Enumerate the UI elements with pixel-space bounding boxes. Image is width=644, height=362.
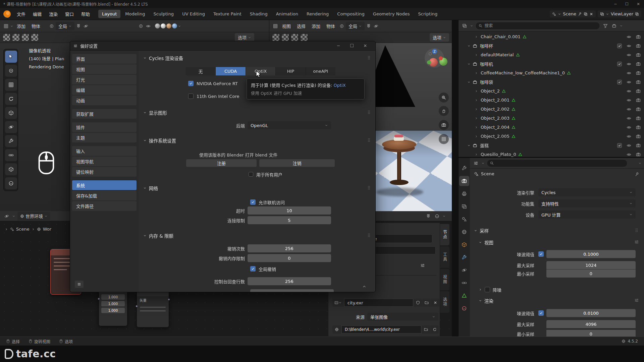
duplicate-scene-icon[interactable] <box>584 12 588 16</box>
device-tab-hip[interactable]: HIP <box>276 67 305 75</box>
hide-eye-toggle[interactable] <box>626 152 632 157</box>
outliner-row[interactable]: CoffeeMachine_low_CoffeeMachine1_0 <box>459 68 644 77</box>
tool-rotate[interactable] <box>5 93 17 105</box>
tool-select-box[interactable] <box>5 51 17 63</box>
nav-file-paths[interactable]: 文件路径 <box>72 201 137 211</box>
outliner-row[interactable]: 蛋糕 <box>459 141 644 150</box>
nav-addons[interactable]: 插件 <box>72 122 137 132</box>
camera-view-button[interactable] <box>439 120 449 130</box>
filter-funnel-icon[interactable] <box>602 22 609 29</box>
max-samples-value[interactable]: 1024 <box>546 261 636 269</box>
render-subsection-header[interactable]: 渲染 <box>479 297 641 305</box>
hide-eye-toggle[interactable] <box>626 115 632 121</box>
nav-animation[interactable]: 动画 <box>72 96 137 105</box>
brush-texture-swatch[interactable] <box>21 34 29 41</box>
transform-orientation-dropdown[interactable]: 全局 <box>346 22 365 30</box>
hide-eye-toggle[interactable] <box>626 43 632 49</box>
tab-viewlayer[interactable] <box>459 201 469 212</box>
show-gizmo-icon[interactable] <box>138 23 144 29</box>
hide-eye-toggle[interactable] <box>626 133 632 139</box>
hide-eye-toggle[interactable] <box>626 70 632 76</box>
vector-node[interactable]: 矢量 <box>137 291 169 327</box>
nav-lights[interactable]: 灯光 <box>72 75 137 84</box>
window-minimize-button[interactable]: ─ <box>610 0 621 8</box>
render-visibility-toggle[interactable] <box>635 97 641 103</box>
viewlayer-selector[interactable]: ViewLayer <box>598 10 641 17</box>
hide-eye-toggle[interactable] <box>626 52 632 58</box>
denoise-checkbox[interactable] <box>485 287 490 292</box>
proportional-edit-icon[interactable] <box>373 23 379 29</box>
brush-texture-swatch[interactable] <box>31 34 39 41</box>
outliner-search[interactable] <box>475 22 600 30</box>
pan-hand-button[interactable] <box>439 106 449 116</box>
dialog-minimize-button[interactable]: ─ <box>332 41 345 50</box>
collection-checkbox[interactable] <box>616 43 623 49</box>
editor-type-icon[interactable] <box>3 23 9 29</box>
device-tab-oneapi[interactable]: oneAPI <box>306 67 335 75</box>
render-visibility-toggle[interactable] <box>635 152 641 157</box>
menu-render[interactable]: 渲染 <box>46 9 61 18</box>
tool-move[interactable] <box>5 79 17 91</box>
all-users-checkbox[interactable] <box>249 172 253 177</box>
nav-editing[interactable]: 编辑 <box>72 85 137 95</box>
pin-icon[interactable] <box>578 12 582 16</box>
unlink-image-button[interactable] <box>431 299 439 307</box>
min-samples-value[interactable]: 0 <box>546 269 636 278</box>
grid-ortho-button[interactable] <box>439 134 449 144</box>
tool-options-dropdown[interactable]: 选项 <box>235 33 254 42</box>
render-visibility-toggle[interactable] <box>635 142 641 148</box>
render-visibility-toggle[interactable] <box>635 88 641 94</box>
new-collection-icon[interactable] <box>611 22 618 29</box>
noise-threshold-value[interactable]: 0.1000 <box>546 250 636 258</box>
menu-view[interactable]: 视图 <box>279 22 293 30</box>
menu-add[interactable]: 添加 <box>14 22 28 30</box>
close-icon[interactable] <box>589 12 593 16</box>
dialog-close-button[interactable]: ✕ <box>359 41 372 50</box>
undo-memory-value[interactable]: 0 <box>248 254 331 262</box>
tab-node[interactable]: 节点 <box>440 224 449 245</box>
breadcrumb-scene[interactable]: Scene <box>481 171 494 176</box>
image-name-field[interactable]: city.exr <box>344 299 413 307</box>
brush-texture-swatch[interactable] <box>281 34 289 41</box>
tool-measure[interactable] <box>5 149 17 161</box>
tab-options[interactable]: 选项 <box>440 291 449 313</box>
brush-texture-swatch[interactable] <box>291 34 299 41</box>
workspace-tab-geometrynodes[interactable]: Geometry Nodes <box>369 10 414 18</box>
workspace-tab-compositing[interactable]: Compositing <box>333 10 368 18</box>
fake-user-shield-button[interactable] <box>414 299 422 307</box>
workspace-tab-sculpting[interactable]: Sculpting <box>150 10 177 18</box>
outliner-row[interactable]: Object_2 <box>459 86 644 96</box>
outliner-row[interactable]: 咖啡袋 <box>459 77 644 86</box>
editor-type-icon[interactable] <box>272 23 279 29</box>
render-visibility-toggle[interactable] <box>635 79 641 85</box>
hide-eye-toggle[interactable] <box>626 97 632 103</box>
outliner-row[interactable]: Object_2.005 <box>459 132 644 141</box>
preferences-menu-button[interactable] <box>75 281 84 288</box>
workspace-tab-scripting[interactable]: Scripting <box>414 10 441 18</box>
nav-keymap[interactable]: 键位映射 <box>72 167 137 177</box>
browse-filepath-button[interactable] <box>422 325 430 334</box>
workspace-tab-modeling[interactable]: Modeling <box>121 10 149 18</box>
preferences-titlebar[interactable]: 偏好设置 ─ ☐ ✕ <box>70 41 375 51</box>
breadcrumb-scene[interactable]: Scene <box>16 227 30 232</box>
source-dropdown[interactable]: 单张图像 <box>367 313 438 321</box>
overlays-icon[interactable] <box>145 23 152 29</box>
tab-object[interactable] <box>459 240 469 250</box>
workspace-tab-rendering[interactable]: Rendering <box>303 10 332 18</box>
outliner-row[interactable]: Quesillo_Plato_0 <box>459 150 644 157</box>
render-visibility-toggle[interactable] <box>635 70 641 76</box>
dialog-maximize-button[interactable]: ☐ <box>345 41 359 50</box>
brush-texture-swatch[interactable] <box>3 34 10 41</box>
properties-search-input[interactable] <box>496 161 624 166</box>
render-visibility-toggle[interactable] <box>635 61 641 67</box>
shading-wireframe-icon[interactable] <box>155 23 160 28</box>
menu-edit[interactable]: 编辑 <box>30 9 45 18</box>
render-visibility-toggle[interactable] <box>635 34 641 40</box>
tab-tool[interactable] <box>459 163 469 173</box>
zoom-button[interactable] <box>439 93 449 103</box>
tool-annotate[interactable] <box>5 135 17 147</box>
workspace-tab-animation[interactable]: Animation <box>272 10 302 18</box>
tab-output[interactable] <box>459 189 469 199</box>
properties-search[interactable] <box>487 159 628 167</box>
menu-file[interactable]: 文件 <box>13 9 29 18</box>
